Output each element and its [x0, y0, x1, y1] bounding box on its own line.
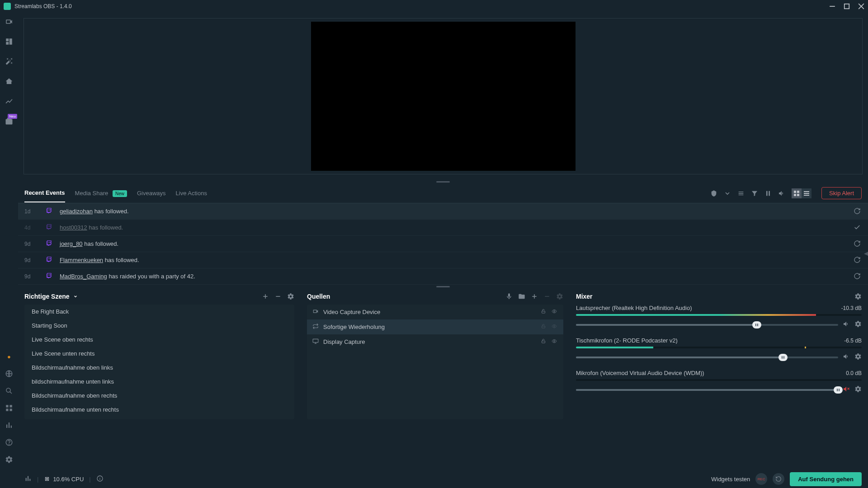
tab-recent-events[interactable]: Recent Events	[24, 184, 65, 202]
minimize-button[interactable]	[829, 3, 835, 9]
scene-item[interactable]: Be Right Back	[24, 305, 294, 319]
mixer-channel-settings-button[interactable]	[854, 320, 862, 329]
mixer-volume-slider[interactable]	[576, 324, 838, 326]
mixer-list: Lautsprecher (Realtek High Definition Au…	[570, 305, 868, 419]
scene-item[interactable]: Live Scene oben rechts	[24, 333, 294, 347]
dashboard-icon[interactable]	[5, 97, 14, 106]
pause-icon[interactable]	[764, 190, 772, 197]
source-item[interactable]: Video Capture Device	[307, 305, 563, 319]
source-lock-icon[interactable]	[541, 324, 547, 330]
maximize-button[interactable]	[844, 3, 850, 9]
event-user[interactable]: geliadizohan	[60, 208, 93, 215]
store-icon[interactable]	[5, 77, 14, 86]
source-folder-button[interactable]	[518, 293, 525, 300]
test-widgets-button[interactable]: Widgets testen	[711, 476, 750, 483]
undo-button[interactable]	[773, 473, 784, 485]
scene-item[interactable]: Bildschirmaufnahme unten rechts	[24, 403, 294, 417]
event-check-button[interactable]	[854, 224, 862, 232]
record-button[interactable]: REC	[755, 473, 767, 485]
record-indicator-icon[interactable]: ●	[5, 352, 13, 361]
perf-bars-icon[interactable]	[24, 475, 32, 483]
event-row[interactable]: 9dMadBros_Gaming has raided you with a p…	[18, 268, 868, 285]
source-visibility-icon[interactable]	[552, 324, 558, 330]
go-live-button[interactable]: Auf Sendung gehen	[790, 472, 862, 486]
resize-handle-top[interactable]	[18, 180, 868, 183]
event-refresh-button[interactable]	[854, 240, 862, 248]
shield-icon[interactable]	[710, 190, 717, 197]
mixer-channel-settings-button[interactable]	[854, 385, 862, 394]
add-scene-button[interactable]	[262, 293, 269, 300]
editor-icon[interactable]	[5, 17, 14, 26]
scene-item[interactable]: bildschirmaufnahme unten links	[24, 375, 294, 389]
mixer-mute-button[interactable]	[843, 320, 850, 329]
right-collapse-handle[interactable]: ◀	[864, 246, 868, 260]
source-settings-button[interactable]	[556, 293, 563, 300]
help-icon[interactable]	[5, 438, 13, 446]
event-user[interactable]: MadBros_Gaming	[60, 273, 107, 280]
add-source-button[interactable]	[531, 293, 538, 300]
source-visibility-icon[interactable]	[552, 309, 558, 315]
event-refresh-button[interactable]	[854, 272, 862, 281]
scene-item[interactable]: Bildschirmaufnahme oben links	[24, 361, 294, 375]
source-lock-icon[interactable]	[541, 338, 547, 345]
event-row[interactable]: 1dgeliadizohan has followed.	[18, 203, 868, 220]
remove-scene-button[interactable]	[274, 293, 282, 300]
view-grid-button[interactable]	[792, 188, 802, 198]
tab-media-share[interactable]: Media Share New	[75, 184, 127, 202]
event-user[interactable]: host00312	[60, 224, 87, 231]
settings-icon[interactable]	[5, 455, 13, 464]
scene-item[interactable]: Live Scene unten rechts	[24, 347, 294, 361]
view-list-button[interactable]	[802, 188, 811, 198]
cpu-value: 10.6% CPU	[53, 476, 84, 483]
skip-alert-button[interactable]: Skip Alert	[821, 187, 862, 199]
mixer-mute-button[interactable]	[843, 385, 850, 394]
event-user[interactable]: joerg_80	[60, 240, 83, 247]
event-row[interactable]: 4dhost00312 has followed.	[18, 220, 868, 236]
event-text: Flammenkueken has followed.	[60, 257, 854, 263]
mixer-slider-thumb[interactable]	[752, 321, 761, 328]
mixer-channel-settings-button[interactable]	[854, 353, 862, 361]
mixer-slider-thumb[interactable]	[834, 386, 843, 394]
twitch-icon	[46, 240, 55, 248]
stats-icon[interactable]	[5, 421, 13, 429]
mixer-channel-name: Tischmikrofon (2- RODE Podcaster v2)	[576, 337, 844, 344]
event-user[interactable]: Flammenkueken	[60, 257, 103, 263]
layouts-icon[interactable]	[5, 37, 14, 46]
layers-icon[interactable]	[737, 190, 745, 197]
filter-icon[interactable]	[751, 190, 758, 197]
event-row[interactable]: 9dFlammenkueken has followed.	[18, 252, 868, 268]
tab-giveaways[interactable]: Giveaways	[137, 184, 166, 202]
grid-icon[interactable]	[5, 404, 13, 412]
source-lock-icon[interactable]	[541, 309, 547, 315]
globe-icon[interactable]	[5, 370, 13, 378]
scene-item[interactable]: Starting Soon	[24, 319, 294, 333]
source-mic-button[interactable]	[505, 293, 513, 300]
themes-icon[interactable]	[5, 57, 14, 66]
event-refresh-button[interactable]	[854, 207, 862, 216]
event-refresh-button[interactable]	[854, 256, 862, 264]
mixer-settings-button[interactable]	[854, 293, 862, 300]
source-visibility-icon[interactable]	[552, 338, 558, 345]
mixer-slider-thumb[interactable]	[778, 354, 788, 361]
mixer-mute-button[interactable]	[843, 353, 850, 361]
preview-frame[interactable]	[24, 18, 863, 174]
search-icon[interactable]	[5, 387, 13, 395]
apps-icon[interactable]: Neu	[5, 117, 14, 126]
remove-source-button[interactable]	[543, 293, 551, 300]
scene-item[interactable]: Bildschirmaufnahme oben rechts	[24, 389, 294, 403]
mixer-level-meter	[576, 379, 862, 381]
info-icon[interactable]	[96, 475, 104, 483]
tab-live-actions[interactable]: Live Actions	[176, 184, 207, 202]
scene-selector[interactable]: Richtige Szene	[24, 293, 262, 300]
scene-settings-button[interactable]	[287, 293, 294, 300]
mixer-volume-slider[interactable]	[576, 389, 838, 391]
source-item[interactable]: Display Capture	[307, 334, 563, 349]
chevron-down-icon[interactable]	[724, 190, 731, 197]
source-item[interactable]: Sofortige Wiederholung	[307, 319, 563, 334]
close-button[interactable]	[858, 3, 864, 9]
scene-list: Be Right BackStarting SoonLive Scene obe…	[24, 305, 294, 419]
resize-handle-bottom[interactable]	[18, 285, 868, 288]
event-row[interactable]: 9djoerg_80 has followed.	[18, 236, 868, 252]
mixer-volume-slider[interactable]	[576, 357, 838, 358]
volume-icon[interactable]	[778, 190, 785, 197]
